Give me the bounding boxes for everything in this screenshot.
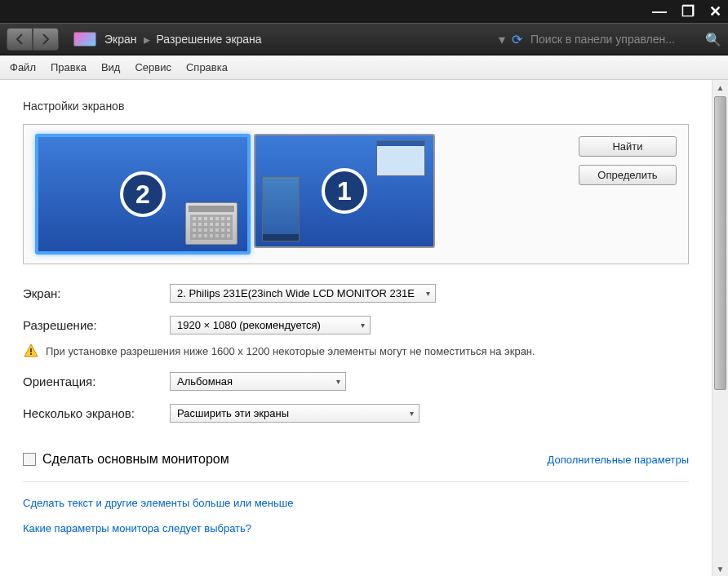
breadcrumb-item[interactable]: Экран [104,33,137,46]
back-button[interactable] [7,28,33,51]
location-icon [73,32,96,47]
refresh-icon[interactable]: ⟳ [512,32,522,47]
scrollbar[interactable]: ▲ ▼ [712,80,728,576]
scroll-up-icon[interactable]: ▲ [712,80,728,95]
refresh-area: ▾ ⟳ [499,32,522,47]
orientation-label: Ориентация: [23,374,170,388]
forward-icon [42,33,50,45]
breadcrumb-item[interactable]: Разрешение экрана [157,33,262,46]
checkbox-label: Сделать основным монитором [42,452,229,467]
svg-rect-0 [30,348,32,352]
text-size-link[interactable]: Сделать текст и другие элементы больше и… [23,497,689,509]
titlebar: — ❐ ✕ [0,0,728,23]
menu-view[interactable]: Вид [101,61,121,73]
menu-file[interactable]: Файл [10,61,36,73]
multi-screen-dropdown[interactable]: Расширить эти экраны [170,404,419,423]
screen-dropdown[interactable]: 2. Philips 231E(23inch Wide LCD MONITOR … [170,284,436,303]
window-icon [376,140,425,176]
advanced-settings-link[interactable]: Дополнительные параметры [547,454,689,466]
warning-icon [23,343,39,359]
primary-monitor-checkbox[interactable] [23,453,36,466]
scrollbar-thumb[interactable] [714,96,726,390]
desktop-icon [262,176,300,241]
content: Настройки экранов 2 1 Найти Определить Э… [0,80,712,576]
scroll-down-icon[interactable]: ▼ [712,561,728,576]
menu-help[interactable]: Справка [186,61,228,73]
svg-rect-1 [30,353,32,355]
monitor-1[interactable]: 1 [254,134,435,248]
breadcrumb-separator: ▸ [144,32,150,47]
divider [23,481,689,482]
resolution-label: Разрешение: [23,318,170,332]
calendar-icon [185,202,237,245]
search-input[interactable]: Поиск в панели управлен... [530,33,702,46]
identify-button[interactable]: Определить [579,165,677,185]
monitor-number: 2 [120,171,166,217]
dropdown-icon[interactable]: ▾ [499,32,505,47]
multi-label: Несколько экранов: [23,406,170,420]
maximize-button[interactable]: ❐ [681,2,695,20]
find-button[interactable]: Найти [579,136,677,157]
warning-text: При установке разрешения ниже 1600 х 120… [46,345,535,357]
forward-button[interactable] [33,28,59,51]
back-icon [16,33,24,45]
menu-edit[interactable]: Правка [51,61,87,73]
close-button[interactable]: ✕ [709,2,721,20]
monitor-params-link[interactable]: Какие параметры монитора следует выбрать… [23,522,689,534]
resolution-dropdown[interactable]: 1920 × 1080 (рекомендуется) [170,316,371,335]
minimize-button[interactable]: — [652,3,667,20]
section-title: Настройки экранов [23,100,689,113]
menu-service[interactable]: Сервис [135,61,171,73]
monitor-2[interactable]: 2 [35,134,251,255]
screen-label: Экран: [23,286,170,300]
monitor-number: 1 [322,168,367,214]
monitor-preview: 2 1 Найти Определить [23,124,689,264]
navbar: Экран ▸ Разрешение экрана ▾ ⟳ Поиск в па… [0,23,728,55]
search-icon[interactable]: 🔍 [705,32,721,47]
orientation-dropdown[interactable]: Альбомная [170,372,346,391]
menubar: Файл Правка Вид Сервис Справка [0,55,728,80]
warning-row: При установке разрешения ниже 1600 х 120… [23,343,689,359]
